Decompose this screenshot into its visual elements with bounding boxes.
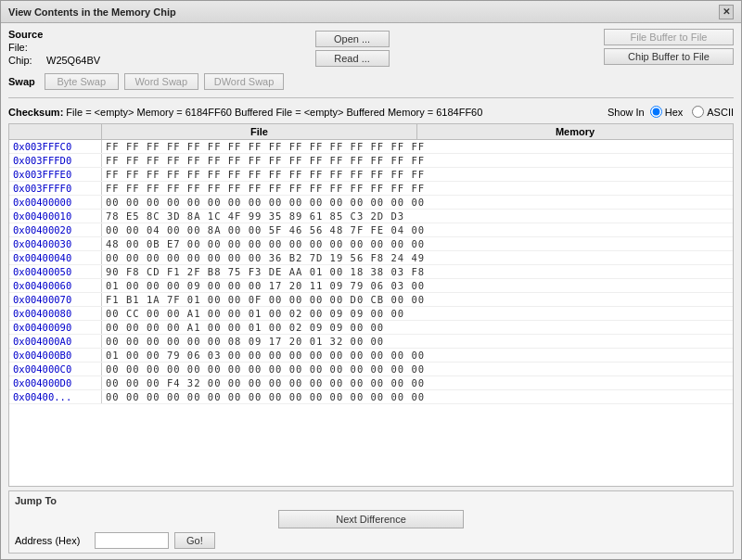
addr-cell[interactable]: 0x004000D0 — [9, 376, 102, 389]
hex-radio[interactable] — [650, 106, 662, 118]
table-row: 0x0040009000 00 00 00 A1 00 00 01 00 02 … — [9, 321, 733, 335]
chip-row: Chip: W25Q64BV — [8, 55, 100, 66]
data-cell: 00 00 04 00 00 8A 00 00 5F 46 56 48 7F F… — [102, 223, 733, 236]
window-title: View Contents in the Memory Chip — [8, 6, 176, 18]
checksum-bar: Checksum: File = <empty> Memory = 6184FF… — [8, 104, 734, 120]
divider1 — [8, 97, 734, 98]
addr-cell[interactable]: 0x00400020 — [9, 223, 102, 236]
data-cell: 00 00 00 00 00 00 00 00 36 B2 7D 19 56 F… — [102, 251, 733, 264]
table-row: 0x0040000000 00 00 00 00 00 00 00 00 00 … — [9, 196, 733, 210]
addr-cell[interactable]: 0x00400070 — [9, 293, 102, 306]
table-row: 0x0040008000 CC 00 00 A1 00 00 01 00 02 … — [9, 307, 733, 321]
table-row: 0x003FFFC0FF FF FF FF FF FF FF FF FF FF … — [9, 140, 733, 154]
memory-table: File Memory 0x003FFFC0FF FF FF FF FF FF … — [8, 123, 734, 487]
table-row: 0x004000C000 00 00 00 00 00 00 00 00 00 … — [9, 363, 733, 376]
ascii-radio-item[interactable]: ASCII — [692, 106, 734, 118]
checksum-label: Checksum: — [8, 107, 63, 118]
jump-addr-label: Address (Hex) — [15, 535, 89, 546]
addr-cell[interactable]: 0x004000A0 — [9, 335, 102, 348]
ascii-radio[interactable] — [692, 106, 704, 118]
table-row: 0x0040006001 00 00 00 09 00 00 00 17 20 … — [9, 279, 733, 293]
addr-cell[interactable]: 0x004000C0 — [9, 363, 102, 375]
title-bar: View Contents in the Memory Chip ✕ — [1, 1, 741, 23]
table-row: 0x003FFFF0FF FF FF FF FF FF FF FF FF FF … — [9, 182, 733, 196]
word-swap-button[interactable]: Word Swap — [124, 73, 198, 90]
table-header: File Memory — [9, 124, 733, 140]
table-body: 0x003FFFC0FF FF FF FF FF FF FF FF FF FF … — [9, 140, 733, 486]
table-row: 0x003FFFD0FF FF FF FF FF FF FF FF FF FF … — [9, 154, 733, 168]
checksum-text: File = <empty> Memory = 6184FF60 Buffere… — [66, 107, 482, 118]
table-row: 0x003FFFE0FF FF FF FF FF FF FF FF FF FF … — [9, 168, 733, 182]
col-header-memory: Memory — [417, 124, 733, 139]
jump-addr-row: Address (Hex) Go! — [15, 532, 727, 549]
addr-cell[interactable]: 0x00400060 — [9, 279, 102, 292]
table-row: 0x004000B001 00 00 79 06 03 00 00 00 00 … — [9, 349, 733, 363]
data-cell: 90 F8 CD F1 2F B8 75 F3 DE AA 01 00 18 3… — [102, 265, 733, 278]
table-row: 0x0040004000 00 00 00 00 00 00 00 36 B2 … — [9, 251, 733, 265]
file-buffer-button[interactable]: File Buffer to File — [604, 29, 734, 45]
addr-cell[interactable]: 0x003FFFF0 — [9, 182, 102, 195]
data-cell: 48 00 0B E7 00 00 00 00 00 00 00 00 00 0… — [102, 237, 733, 250]
chip-value: W25Q64BV — [46, 55, 100, 66]
data-cell: FF FF FF FF FF FF FF FF FF FF FF FF FF F… — [102, 168, 733, 181]
main-window: View Contents in the Memory Chip ✕ Sourc… — [0, 0, 742, 560]
jump-section: Jump To Next Difference Address (Hex) Go… — [8, 490, 734, 554]
col-header-file: File — [102, 124, 417, 139]
data-cell: 01 00 00 79 06 03 00 00 00 00 00 00 00 0… — [102, 349, 733, 362]
addr-cell[interactable]: 0x003FFFE0 — [9, 168, 102, 181]
source-section: Source File: Chip: W25Q64BV Open ... Rea… — [8, 29, 734, 68]
main-content: Source File: Chip: W25Q64BV Open ... Rea… — [1, 23, 741, 559]
read-button[interactable]: Read ... — [315, 50, 390, 67]
source-label: Source — [8, 29, 100, 40]
data-cell: 00 00 00 00 00 00 00 00 00 00 00 00 00 0… — [102, 390, 733, 403]
byte-swap-button[interactable]: Byte Swap — [45, 73, 119, 90]
data-cell: FF FF FF FF FF FF FF FF FF FF FF FF FF F… — [102, 154, 733, 167]
show-in-section: Show In Hex ASCII — [608, 106, 734, 118]
addr-cell[interactable]: 0x00400010 — [9, 210, 102, 223]
jump-addr-input[interactable] — [95, 532, 169, 549]
data-cell: 01 00 00 00 09 00 00 00 17 20 11 09 79 0… — [102, 279, 733, 292]
swap-section: Swap Byte Swap Word Swap DWord Swap — [8, 71, 734, 92]
dword-swap-button[interactable]: DWord Swap — [204, 73, 285, 90]
radio-group: Hex ASCII — [650, 106, 734, 118]
hex-radio-item[interactable]: Hex — [650, 106, 684, 118]
hex-radio-label: Hex — [665, 107, 684, 118]
jump-next-row: Next Difference — [15, 510, 727, 528]
data-cell: 00 00 00 00 A1 00 00 01 00 02 09 09 00 0… — [102, 321, 733, 334]
table-row: 0x0040002000 00 04 00 00 8A 00 00 5F 46 … — [9, 223, 733, 237]
open-button[interactable]: Open ... — [315, 31, 390, 47]
table-row: 0x0040003048 00 0B E7 00 00 00 00 00 00 … — [9, 237, 733, 251]
data-cell: FF FF FF FF FF FF FF FF FF FF FF FF FF F… — [102, 182, 733, 195]
addr-cell[interactable]: 0x003FFFC0 — [9, 140, 102, 153]
swap-label: Swap — [8, 76, 35, 87]
col-header-addr — [9, 124, 102, 139]
addr-cell[interactable]: 0x00400040 — [9, 251, 102, 264]
data-cell: FF FF FF FF FF FF FF FF FF FF FF FF FF F… — [102, 140, 733, 153]
addr-cell[interactable]: 0x00400030 — [9, 237, 102, 250]
close-button[interactable]: ✕ — [719, 5, 734, 19]
addr-cell[interactable]: 0x00400090 — [9, 321, 102, 334]
table-row: 0x0040005090 F8 CD F1 2F B8 75 F3 DE AA … — [9, 265, 733, 279]
chip-label: Chip: — [8, 55, 41, 66]
data-cell: 00 00 00 F4 32 00 00 00 00 00 00 00 00 0… — [102, 376, 733, 389]
go-button[interactable]: Go! — [174, 532, 215, 549]
table-row: 0x00400070F1 B1 1A 7F 01 00 00 0F 00 00 … — [9, 293, 733, 307]
table-row: 0x004000A000 00 00 00 00 00 08 09 17 20 … — [9, 335, 733, 349]
addr-cell[interactable]: 0x003FFFD0 — [9, 154, 102, 167]
addr-cell[interactable]: 0x00400050 — [9, 265, 102, 278]
addr-cell[interactable]: 0x00400... — [9, 390, 102, 403]
addr-cell[interactable]: 0x00400080 — [9, 307, 102, 320]
addr-cell[interactable]: 0x004000B0 — [9, 349, 102, 362]
data-cell: F1 B1 1A 7F 01 00 00 0F 00 00 00 00 D0 C… — [102, 293, 733, 306]
ascii-radio-label: ASCII — [707, 107, 734, 118]
show-in-label: Show In — [608, 107, 645, 118]
table-row: 0x0040001078 E5 8C 3D 8A 1C 4F 99 35 89 … — [9, 210, 733, 223]
addr-cell[interactable]: 0x00400000 — [9, 196, 102, 209]
file-label: File: — [8, 42, 41, 53]
next-difference-button[interactable]: Next Difference — [278, 510, 464, 528]
data-cell: 00 00 00 00 00 00 00 00 00 00 00 00 00 0… — [102, 363, 733, 375]
data-cell: 00 00 00 00 00 00 08 09 17 20 01 32 00 0… — [102, 335, 733, 348]
jump-title: Jump To — [15, 495, 727, 506]
chip-buffer-button[interactable]: Chip Buffer to File — [604, 48, 734, 65]
file-row: File: — [8, 42, 100, 53]
